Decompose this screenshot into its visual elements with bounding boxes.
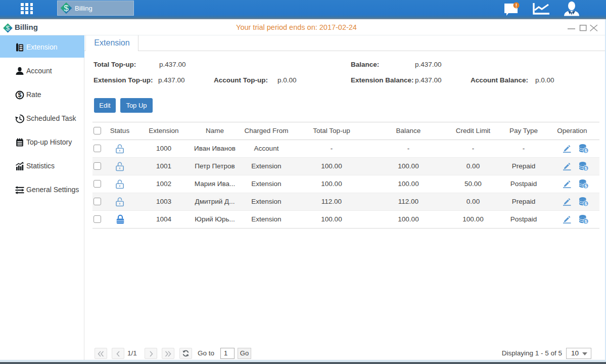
svg-text:$: $ xyxy=(584,148,587,153)
svg-text:$: $ xyxy=(584,166,587,171)
svg-text:$: $ xyxy=(584,219,587,224)
svg-text:$: $ xyxy=(18,92,22,99)
svg-text:$: $ xyxy=(584,201,587,206)
svg-text:$: $ xyxy=(584,184,587,189)
svg-text:!: ! xyxy=(516,3,518,9)
svg-text:$: $ xyxy=(64,4,69,13)
